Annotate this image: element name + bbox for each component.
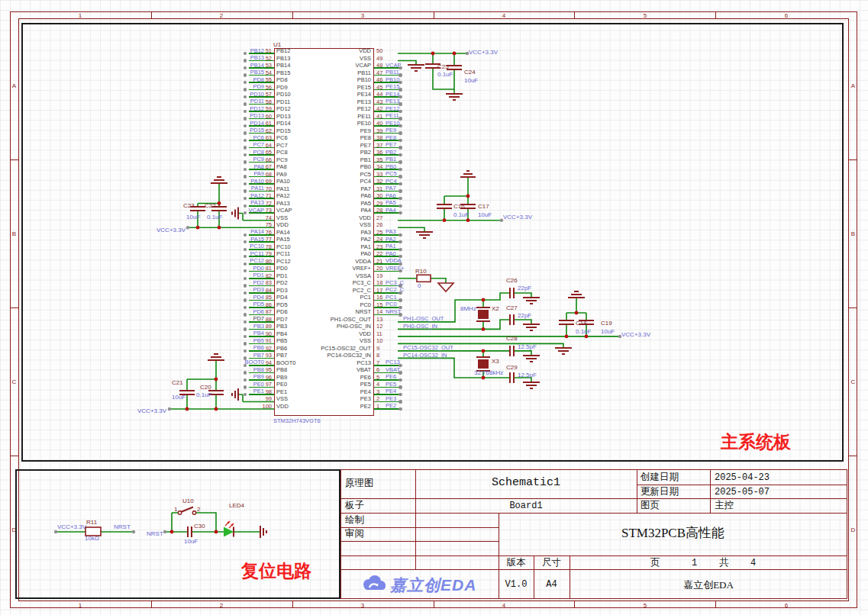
component-value[interactable]: 12.5pF	[518, 343, 537, 350]
net-label[interactable]: PA7	[386, 185, 396, 192]
component-value[interactable]: 0	[418, 282, 421, 289]
component-ref[interactable]: C27	[506, 304, 518, 311]
component-ref[interactable]: U10	[182, 497, 194, 504]
net-label[interactable]: PE3	[386, 395, 396, 402]
net-label[interactable]: VCAP	[188, 207, 264, 214]
component-value[interactable]: 0.1uF	[576, 328, 591, 335]
net-label[interactable]: PA3	[386, 228, 396, 235]
net-label-nrst[interactable]: NRST	[114, 523, 131, 530]
component-ref[interactable]: X2	[492, 305, 499, 312]
component-ref[interactable]: LED4	[229, 502, 244, 509]
net-label[interactable]: VBAT	[386, 366, 400, 373]
net-label[interactable]: PE13	[386, 98, 399, 105]
net-label[interactable]: PC11	[188, 250, 264, 257]
net-label[interactable]: PD12	[188, 105, 264, 112]
net-label[interactable]: PB3	[188, 323, 264, 330]
component-value[interactable]: 32.768kHz	[474, 369, 503, 376]
net-label[interactable]: PE11	[386, 112, 399, 119]
component-ref[interactable]: R11	[86, 519, 97, 526]
net-label[interactable]: PD15	[188, 127, 264, 134]
net-label[interactable]: PE0	[188, 381, 264, 388]
net-label[interactable]: PC2_C	[386, 286, 404, 293]
net-label[interactable]: PC1	[386, 294, 397, 301]
component-ref[interactable]: C25	[437, 63, 449, 70]
net-label[interactable]: PE8	[386, 134, 396, 141]
net-label[interactable]: PE9	[386, 127, 396, 134]
net-label[interactable]: PA5	[386, 199, 396, 206]
component-value[interactable]: 10uF	[464, 77, 478, 84]
net-label[interactable]: PA4	[386, 207, 396, 214]
net-label[interactable]: PD3	[188, 286, 264, 293]
net-label[interactable]: PA11	[188, 185, 264, 192]
component-ref[interactable]: C23	[183, 202, 195, 209]
net-label[interactable]: PA13	[188, 199, 264, 206]
net-label[interactable]: PB2	[386, 149, 396, 156]
net-label[interactable]: PC0	[386, 301, 397, 308]
net-label[interactable]: PC12	[188, 257, 264, 264]
component-ref[interactable]: C16	[453, 203, 465, 210]
net-label[interactable]: PD9	[188, 83, 264, 90]
component-ref[interactable]: R10	[415, 268, 427, 275]
net-label[interactable]: PE12	[386, 105, 399, 112]
switch-contact[interactable]	[178, 511, 181, 514]
component-ref[interactable]: C20	[200, 384, 211, 391]
net-label[interactable]: PC10	[188, 243, 264, 250]
net-label[interactable]: PA0	[386, 250, 396, 257]
net-label[interactable]: PH1-OSC_OUT	[403, 315, 444, 322]
earth-ground-icon[interactable]	[438, 283, 453, 291]
ic-u1-part[interactable]: STM32H743VGT6	[273, 417, 321, 424]
net-label[interactable]: PB1	[386, 156, 396, 163]
component-value[interactable]: 10uF	[172, 394, 186, 401]
net-label[interactable]: PC7	[188, 141, 264, 148]
net-label[interactable]: PA2	[386, 236, 396, 243]
component-ref[interactable]: C29	[506, 364, 518, 371]
net-label[interactable]: PC5	[386, 170, 397, 177]
net-label[interactable]: PC3_C	[386, 279, 404, 286]
net-label[interactable]: PE6	[386, 373, 396, 380]
net-label[interactable]: PB12	[188, 47, 264, 54]
net-label[interactable]: PD14	[188, 120, 264, 127]
net-label[interactable]: PD8	[188, 76, 264, 83]
net-label[interactable]: PC13	[386, 359, 400, 365]
crystal-x2-body[interactable]	[478, 310, 489, 319]
net-label[interactable]: PB7	[188, 352, 264, 359]
component-ref[interactable]: X3	[492, 358, 499, 365]
net-label-vcc[interactable]: VCC+3.3V	[621, 331, 650, 338]
component-value[interactable]: 12.5pF	[518, 372, 537, 378]
net-label[interactable]: PA10	[188, 178, 264, 185]
net-label[interactable]: VDDA	[386, 257, 402, 264]
net-label[interactable]: PA14	[188, 228, 264, 235]
net-label[interactable]: PB15	[188, 69, 264, 76]
net-label-vcc[interactable]: VCC+3.3V	[469, 49, 498, 56]
net-label[interactable]: PD0	[188, 265, 264, 272]
net-label[interactable]: PA1	[386, 243, 396, 250]
net-label[interactable]: PC4	[386, 178, 397, 185]
component-value[interactable]: 8MHz	[460, 305, 476, 312]
net-label[interactable]: PB11	[386, 69, 399, 76]
component-ref[interactable]: C19	[601, 320, 612, 327]
component-value[interactable]: 10kΩ	[85, 535, 99, 542]
net-label[interactable]: BOOT0	[188, 359, 264, 365]
net-label[interactable]: PD11	[188, 98, 264, 105]
component-ref[interactable]: C30	[194, 523, 205, 530]
net-label[interactable]: PB4	[188, 330, 264, 336]
net-label[interactable]: PB5	[188, 337, 264, 344]
component-value[interactable]: 0.1uF	[437, 71, 453, 78]
component-value[interactable]: 10uF	[184, 538, 198, 545]
net-label[interactable]: PE14	[386, 91, 399, 98]
net-label-vcc[interactable]: VCC+3.3V	[137, 407, 166, 414]
net-label[interactable]: PD2	[188, 279, 264, 286]
net-label[interactable]: PB0	[386, 163, 396, 170]
net-label[interactable]: PD5	[188, 301, 264, 308]
net-label[interactable]: PC15-OSC32_OUT	[403, 344, 453, 351]
net-label[interactable]: PD7	[188, 315, 264, 322]
net-label[interactable]: PB10	[386, 76, 399, 83]
net-label[interactable]: PB8	[188, 366, 264, 373]
net-label[interactable]: PB14	[188, 62, 264, 69]
component-value[interactable]: 10uF	[186, 214, 200, 221]
net-label[interactable]: PH0-OSC_IN	[403, 323, 437, 330]
component-value[interactable]: 0.1uF	[207, 214, 222, 221]
component-value[interactable]: 10uF	[478, 211, 492, 218]
net-label[interactable]: PE2	[386, 402, 396, 409]
net-label[interactable]: PD4	[188, 294, 264, 301]
